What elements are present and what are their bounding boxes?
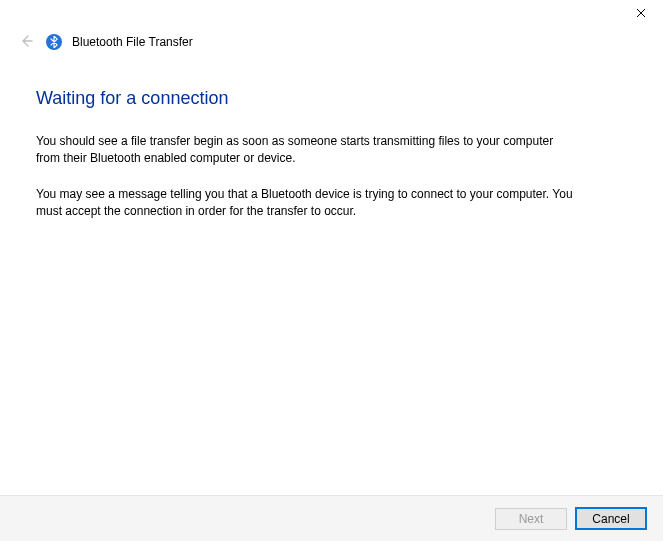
close-button[interactable] [619,0,663,28]
back-arrow-icon [18,33,34,52]
content-area: Waiting for a connection You should see … [0,60,663,495]
titlebar [619,0,663,28]
instruction-paragraph-2: You may see a message telling you that a… [36,186,576,221]
page-heading: Waiting for a connection [36,88,627,109]
wizard-window: Bluetooth File Transfer Waiting for a co… [0,0,663,541]
instruction-paragraph-1: You should see a file transfer begin as … [36,133,576,168]
close-icon [636,7,646,21]
footer: Next Cancel [0,495,663,541]
next-button: Next [495,508,567,530]
window-title: Bluetooth File Transfer [72,35,193,49]
bluetooth-icon [46,34,62,50]
cancel-button[interactable]: Cancel [575,507,647,530]
header: Bluetooth File Transfer [0,0,663,60]
back-button [16,32,36,52]
